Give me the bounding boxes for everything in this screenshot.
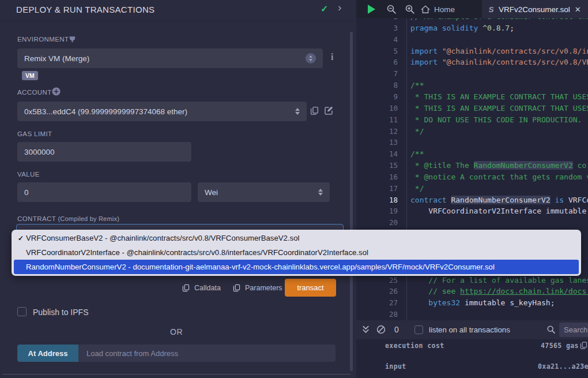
code-row: 26 // see https://docs.chain.link/docs, (356, 286, 588, 297)
code-row: 16 * @notice A contract that gets random… (356, 171, 588, 183)
zoom-out-icon[interactable] (386, 4, 397, 14)
contract-option[interactable]: VRFCoordinatorV2Interface - @chainlink/c… (12, 245, 581, 260)
listen-all-transactions-label: listen on all transactions (429, 325, 510, 334)
tab-home-label: Home (434, 5, 455, 14)
code-line: * DO NOT USE THIS CODE IN PRODUCTION. (410, 114, 582, 126)
at-address-input[interactable] (78, 345, 336, 362)
line-number: 11 (356, 114, 398, 126)
value-unit: Wei (205, 188, 318, 197)
parameters-label[interactable]: Parameters (245, 284, 282, 292)
code-line: bytes32 immutable s_keyHash; (410, 297, 555, 309)
contract-option[interactable]: RandomNumberConsumerV2 - documentation-g… (14, 260, 579, 274)
or-label: OR (0, 327, 353, 336)
header-divider (0, 21, 356, 21)
code-row: 15 * @title The RandomNumberConsumerV2 c… (356, 160, 588, 171)
code-line: * THIS IS AN EXAMPLE CONTRACT THAT USES (410, 91, 588, 103)
code-line: // For a list of available gas lanes (410, 275, 588, 286)
contract-sublabel: (Compiled by Remix) (58, 215, 120, 222)
publish-ipfs-label: Publish to IPFS (33, 308, 89, 317)
contract-option-label: VRFConsumerBaseV2 - @chainlink/contracts… (26, 234, 299, 242)
environment-label: ENVIRONMENT (17, 36, 69, 43)
publish-ipfs-checkbox[interactable] (17, 307, 27, 316)
contract-option-label: VRFCoordinatorV2Interface - @chainlink/c… (26, 248, 368, 257)
line-number: 27 (356, 297, 398, 309)
copy-account-icon[interactable] (310, 106, 319, 115)
line-number: 14 (356, 148, 398, 160)
code-line: // see https://docs.chain.link/docs, (410, 286, 588, 297)
clear-console-ban-icon[interactable] (376, 325, 386, 334)
line-number: 7 (356, 68, 398, 80)
transact-button[interactable]: transact (285, 279, 336, 297)
contract-option[interactable]: ✓VRFConsumerBaseV2 - @chainlink/contract… (12, 231, 581, 245)
code-line: import "@chainlink/contracts/src/v0.8/in (410, 46, 588, 57)
gas-limit-input[interactable] (17, 142, 191, 162)
search-icon (546, 325, 556, 334)
value-unit-select[interactable]: Wei (198, 182, 330, 202)
terminal-row-key: execution cost (385, 342, 444, 350)
close-tab-icon[interactable]: ✕ (575, 5, 581, 14)
run-script-play-icon[interactable] (368, 5, 375, 14)
terminal-search-input[interactable] (559, 323, 588, 337)
terminal-toolbar: 0 listen on all transactions (356, 320, 588, 339)
terminal-row-value: 0xa21...a23e4 (538, 362, 588, 370)
compile-success-check-icon: ✓ (321, 3, 328, 14)
calldata-label[interactable]: Calldata (194, 284, 221, 292)
panel-title: DEPLOY & RUN TRANSACTIONS (16, 5, 154, 14)
line-number: 3 (356, 23, 398, 34)
environment-value: Remix VM (Merge) (24, 54, 306, 63)
copy-parameters-icon[interactable] (233, 284, 240, 292)
code-row: 10 * THIS IS AN EXAMPLE CONTRACT THAT US… (356, 103, 588, 114)
line-number: 13 (356, 137, 398, 148)
value-input[interactable] (17, 182, 191, 202)
code-row: 3pragma solidity ^0.8.7; (356, 23, 588, 34)
copy-value-icon[interactable] (580, 342, 587, 349)
code-row: 17 */ (356, 183, 588, 194)
code-row: 6import "@chainlink/contracts/src/v0.8/V… (356, 57, 588, 68)
tab-vrfv2consumer[interactable]: S VRFv2Consumer.sol ✕ (482, 0, 588, 18)
code-row: 25 // For a list of available gas lanes (356, 275, 588, 286)
contract-label: CONTRACT (Compiled by Remix) (17, 215, 119, 222)
tab-home[interactable]: Home (421, 0, 455, 18)
code-line: */ (410, 183, 424, 194)
account-select[interactable]: 0x5B3...eddC4 (99.99999999997374068 ethe… (17, 102, 307, 121)
code-row: 20 (356, 217, 588, 229)
at-address-button[interactable]: At Address (17, 345, 78, 362)
collapse-terminal-icon[interactable] (362, 325, 370, 334)
terminal-output[interactable]: execution cost47565 gasinput0xa21...a23e… (356, 339, 588, 378)
code-row: 11 * DO NOT USE THIS CODE IN PRODUCTION. (356, 114, 588, 126)
section-divider (2, 374, 350, 375)
code-row: 13 (356, 137, 588, 148)
line-number: 9 (356, 91, 398, 103)
environment-select[interactable]: Remix VM (Merge) (17, 48, 323, 68)
panel-scrollbar[interactable] (350, 32, 353, 371)
code-row: 19 VRFCoordinatorV2Interface immutable (356, 205, 588, 217)
sign-message-edit-icon[interactable] (324, 106, 334, 115)
code-row: 12 */ (356, 126, 588, 137)
code-line: * THIS IS AN EXAMPLE CONTRACT THAT USES (410, 103, 588, 114)
code-row: 27 bytes32 immutable s_keyHash; (356, 297, 588, 309)
collapse-panel-chevron-icon[interactable]: › (338, 1, 341, 14)
line-number: 25 (356, 275, 398, 286)
environment-info-icon[interactable]: i (331, 52, 333, 62)
transaction-count-badge: 0 (394, 325, 399, 334)
terminal-row-key: input (385, 362, 406, 370)
listen-all-transactions-checkbox[interactable] (414, 325, 423, 334)
deploy-run-panel: DEPLOY & RUN TRANSACTIONS ✓ › ENVIRONMEN… (0, 0, 356, 378)
value-label: VALUE (17, 171, 40, 178)
solidity-file-icon: S (488, 5, 495, 14)
line-number: 4 (356, 34, 398, 46)
line-number: 15 (356, 160, 398, 171)
account-value: 0x5B3...eddC4 (99.99999999997374068 ethe… (24, 107, 295, 116)
copy-calldata-icon[interactable] (182, 284, 190, 292)
line-number: 12 (356, 126, 398, 137)
line-number: 26 (356, 286, 398, 297)
code-line: */ (410, 126, 424, 137)
code-line: /** (410, 148, 424, 160)
add-account-plus-icon[interactable] (52, 87, 61, 96)
home-icon (421, 5, 430, 14)
plug-icon (68, 33, 77, 43)
vm-badge: VM (22, 71, 38, 80)
zoom-in-icon[interactable] (405, 4, 415, 14)
option-check-icon: ✓ (18, 234, 26, 242)
gas-limit-label: GAS LIMIT (17, 130, 52, 137)
